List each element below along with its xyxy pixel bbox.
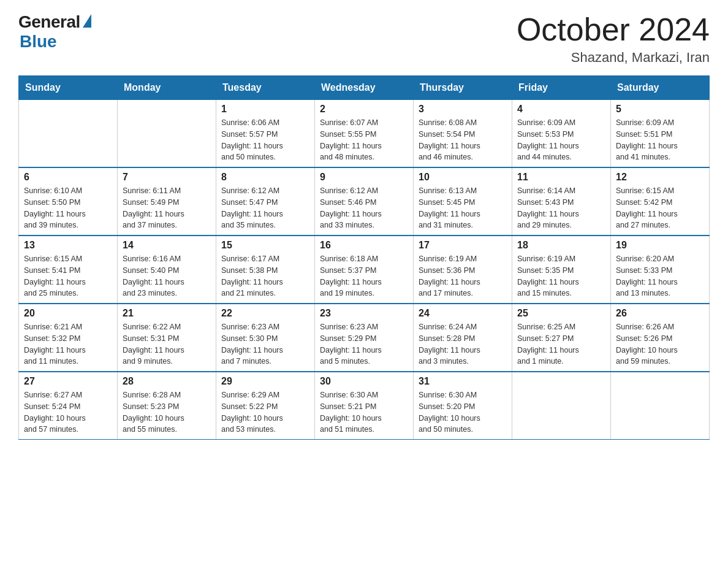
day-number: 27 xyxy=(24,376,112,387)
day-number: 31 xyxy=(419,376,507,387)
day-number: 20 xyxy=(24,308,112,319)
day-number: 23 xyxy=(320,308,408,319)
day-info: Sunrise: 6:08 AM Sunset: 5:54 PM Dayligh… xyxy=(419,117,507,163)
day-number: 17 xyxy=(419,240,507,251)
day-info: Sunrise: 6:21 AM Sunset: 5:32 PM Dayligh… xyxy=(24,321,112,367)
calendar-cell: 27Sunrise: 6:27 AM Sunset: 5:24 PM Dayli… xyxy=(19,372,118,440)
day-number: 21 xyxy=(123,308,211,319)
calendar-cell: 13Sunrise: 6:15 AM Sunset: 5:41 PM Dayli… xyxy=(19,236,118,304)
day-info: Sunrise: 6:23 AM Sunset: 5:29 PM Dayligh… xyxy=(320,321,408,367)
weekday-header-sunday: Sunday xyxy=(19,76,118,100)
day-number: 13 xyxy=(24,240,112,251)
calendar-header-row: SundayMondayTuesdayWednesdayThursdayFrid… xyxy=(19,76,710,100)
day-info: Sunrise: 6:07 AM Sunset: 5:55 PM Dayligh… xyxy=(320,117,408,163)
calendar-cell: 3Sunrise: 6:08 AM Sunset: 5:54 PM Daylig… xyxy=(414,100,512,168)
page-header: General Blue October 2024 Shazand, Marka… xyxy=(18,12,710,66)
day-number: 22 xyxy=(221,308,309,319)
calendar-cell: 2Sunrise: 6:07 AM Sunset: 5:55 PM Daylig… xyxy=(315,100,414,168)
day-info: Sunrise: 6:11 AM Sunset: 5:49 PM Dayligh… xyxy=(123,185,211,231)
calendar-cell: 20Sunrise: 6:21 AM Sunset: 5:32 PM Dayli… xyxy=(19,304,118,372)
day-info: Sunrise: 6:22 AM Sunset: 5:31 PM Dayligh… xyxy=(123,321,211,367)
day-info: Sunrise: 6:18 AM Sunset: 5:37 PM Dayligh… xyxy=(320,253,408,299)
day-number: 6 xyxy=(24,172,112,183)
day-info: Sunrise: 6:30 AM Sunset: 5:20 PM Dayligh… xyxy=(419,389,507,435)
day-number: 26 xyxy=(616,308,704,319)
day-number: 14 xyxy=(123,240,211,251)
calendar-cell: 24Sunrise: 6:24 AM Sunset: 5:28 PM Dayli… xyxy=(414,304,512,372)
calendar-table: SundayMondayTuesdayWednesdayThursdayFrid… xyxy=(18,75,710,440)
day-info: Sunrise: 6:17 AM Sunset: 5:38 PM Dayligh… xyxy=(221,253,309,299)
day-info: Sunrise: 6:19 AM Sunset: 5:35 PM Dayligh… xyxy=(517,253,605,299)
day-info: Sunrise: 6:23 AM Sunset: 5:30 PM Dayligh… xyxy=(221,321,309,367)
weekday-header-thursday: Thursday xyxy=(414,76,512,100)
calendar-cell: 4Sunrise: 6:09 AM Sunset: 5:53 PM Daylig… xyxy=(512,100,611,168)
day-number: 29 xyxy=(221,376,309,387)
calendar-cell xyxy=(611,372,710,440)
calendar-cell: 17Sunrise: 6:19 AM Sunset: 5:36 PM Dayli… xyxy=(414,236,512,304)
day-info: Sunrise: 6:09 AM Sunset: 5:53 PM Dayligh… xyxy=(517,117,605,163)
logo: General Blue xyxy=(18,12,91,52)
day-info: Sunrise: 6:13 AM Sunset: 5:45 PM Dayligh… xyxy=(419,185,507,231)
title-block: October 2024 Shazand, Markazi, Iran xyxy=(517,12,710,66)
logo-general-text: General xyxy=(18,12,80,32)
day-info: Sunrise: 6:28 AM Sunset: 5:23 PM Dayligh… xyxy=(123,389,211,435)
calendar-cell: 21Sunrise: 6:22 AM Sunset: 5:31 PM Dayli… xyxy=(118,304,216,372)
day-info: Sunrise: 6:27 AM Sunset: 5:24 PM Dayligh… xyxy=(24,389,112,435)
weekday-header-friday: Friday xyxy=(512,76,611,100)
calendar-cell: 14Sunrise: 6:16 AM Sunset: 5:40 PM Dayli… xyxy=(118,236,216,304)
logo-triangle-icon xyxy=(83,14,91,28)
calendar-cell: 30Sunrise: 6:30 AM Sunset: 5:21 PM Dayli… xyxy=(315,372,414,440)
day-number: 2 xyxy=(320,104,408,115)
month-title: October 2024 xyxy=(517,12,710,47)
day-info: Sunrise: 6:30 AM Sunset: 5:21 PM Dayligh… xyxy=(320,389,408,435)
calendar-cell: 12Sunrise: 6:15 AM Sunset: 5:42 PM Dayli… xyxy=(611,167,710,236)
calendar-cell: 28Sunrise: 6:28 AM Sunset: 5:23 PM Dayli… xyxy=(118,372,216,440)
calendar-cell: 9Sunrise: 6:12 AM Sunset: 5:46 PM Daylig… xyxy=(315,167,414,236)
calendar-cell xyxy=(512,372,611,440)
day-number: 10 xyxy=(419,172,507,183)
day-info: Sunrise: 6:09 AM Sunset: 5:51 PM Dayligh… xyxy=(616,117,704,163)
calendar-cell xyxy=(118,100,216,168)
day-info: Sunrise: 6:25 AM Sunset: 5:27 PM Dayligh… xyxy=(517,321,605,367)
calendar-week-row: 1Sunrise: 6:06 AM Sunset: 5:57 PM Daylig… xyxy=(19,100,710,168)
day-number: 28 xyxy=(123,376,211,387)
calendar-cell: 11Sunrise: 6:14 AM Sunset: 5:43 PM Dayli… xyxy=(512,167,611,236)
calendar-week-row: 13Sunrise: 6:15 AM Sunset: 5:41 PM Dayli… xyxy=(19,236,710,304)
day-info: Sunrise: 6:20 AM Sunset: 5:33 PM Dayligh… xyxy=(616,253,704,299)
calendar-cell: 15Sunrise: 6:17 AM Sunset: 5:38 PM Dayli… xyxy=(216,236,315,304)
day-number: 8 xyxy=(221,172,309,183)
day-info: Sunrise: 6:19 AM Sunset: 5:36 PM Dayligh… xyxy=(419,253,507,299)
day-info: Sunrise: 6:10 AM Sunset: 5:50 PM Dayligh… xyxy=(24,185,112,231)
logo-blue-text: Blue xyxy=(20,32,57,52)
calendar-cell: 6Sunrise: 6:10 AM Sunset: 5:50 PM Daylig… xyxy=(19,167,118,236)
day-info: Sunrise: 6:26 AM Sunset: 5:26 PM Dayligh… xyxy=(616,321,704,367)
calendar-cell: 8Sunrise: 6:12 AM Sunset: 5:47 PM Daylig… xyxy=(216,167,315,236)
calendar-cell: 5Sunrise: 6:09 AM Sunset: 5:51 PM Daylig… xyxy=(611,100,710,168)
calendar-cell: 19Sunrise: 6:20 AM Sunset: 5:33 PM Dayli… xyxy=(611,236,710,304)
weekday-header-tuesday: Tuesday xyxy=(216,76,315,100)
day-number: 1 xyxy=(221,104,309,115)
day-info: Sunrise: 6:12 AM Sunset: 5:46 PM Dayligh… xyxy=(320,185,408,231)
day-number: 25 xyxy=(517,308,605,319)
weekday-header-wednesday: Wednesday xyxy=(315,76,414,100)
day-number: 19 xyxy=(616,240,704,251)
day-number: 4 xyxy=(517,104,605,115)
calendar-cell: 23Sunrise: 6:23 AM Sunset: 5:29 PM Dayli… xyxy=(315,304,414,372)
day-number: 7 xyxy=(123,172,211,183)
calendar-cell: 31Sunrise: 6:30 AM Sunset: 5:20 PM Dayli… xyxy=(414,372,512,440)
calendar-week-row: 27Sunrise: 6:27 AM Sunset: 5:24 PM Dayli… xyxy=(19,372,710,440)
day-info: Sunrise: 6:15 AM Sunset: 5:42 PM Dayligh… xyxy=(616,185,704,231)
location-title: Shazand, Markazi, Iran xyxy=(517,50,710,66)
day-info: Sunrise: 6:24 AM Sunset: 5:28 PM Dayligh… xyxy=(419,321,507,367)
day-info: Sunrise: 6:12 AM Sunset: 5:47 PM Dayligh… xyxy=(221,185,309,231)
calendar-cell xyxy=(19,100,118,168)
calendar-week-row: 6Sunrise: 6:10 AM Sunset: 5:50 PM Daylig… xyxy=(19,167,710,236)
calendar-cell: 16Sunrise: 6:18 AM Sunset: 5:37 PM Dayli… xyxy=(315,236,414,304)
day-number: 3 xyxy=(419,104,507,115)
day-number: 9 xyxy=(320,172,408,183)
calendar-cell: 29Sunrise: 6:29 AM Sunset: 5:22 PM Dayli… xyxy=(216,372,315,440)
day-number: 12 xyxy=(616,172,704,183)
calendar-cell: 26Sunrise: 6:26 AM Sunset: 5:26 PM Dayli… xyxy=(611,304,710,372)
day-number: 24 xyxy=(419,308,507,319)
calendar-cell: 7Sunrise: 6:11 AM Sunset: 5:49 PM Daylig… xyxy=(118,167,216,236)
